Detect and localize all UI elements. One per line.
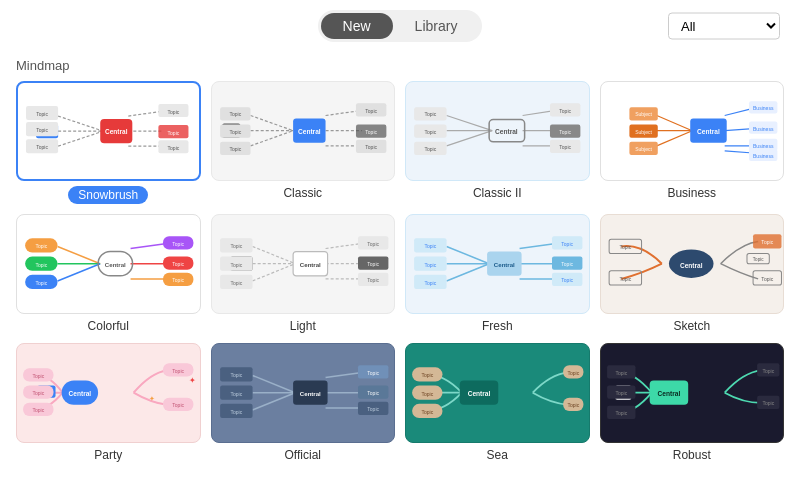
svg-text:Topic: Topic — [367, 391, 379, 397]
svg-line-65 — [724, 109, 752, 116]
svg-text:Topic: Topic — [762, 401, 774, 407]
svg-line-129 — [520, 244, 556, 249]
svg-line-85 — [58, 247, 101, 264]
svg-text:Topic: Topic — [230, 262, 242, 268]
svg-text:Topic: Topic — [230, 373, 242, 379]
svg-line-44 — [447, 131, 493, 146]
svg-text:Subject: Subject — [635, 112, 652, 118]
card-snowbrush[interactable]: Topic Topic Topic Central Topic Topic To… — [16, 81, 201, 204]
svg-text:Topic: Topic — [561, 262, 573, 268]
svg-text:Topic: Topic — [762, 368, 774, 374]
card-preview-sea: Topic Topic Topic Central Topic Topic — [405, 343, 590, 443]
svg-text:Topic: Topic — [367, 262, 379, 268]
card-official[interactable]: Topic Topic Topic Central Topic Topic To… — [211, 343, 396, 462]
card-fresh[interactable]: Topic Topic Topic Central Topic Topic To… — [405, 214, 590, 333]
svg-text:Business: Business — [752, 126, 773, 132]
svg-text:Topic: Topic — [559, 130, 571, 136]
svg-text:Topic: Topic — [761, 240, 773, 246]
svg-line-66 — [724, 129, 752, 131]
preview-svg-party: Topic Topic Topic Central Topic Topic ✦ … — [17, 343, 200, 443]
svg-text:Topic: Topic — [36, 127, 48, 133]
svg-line-0 — [58, 116, 103, 131]
svg-text:Topic: Topic — [367, 407, 379, 413]
card-classic2[interactable]: Topic Topic Topic Central Topic Topic To… — [405, 81, 590, 204]
tab-library[interactable]: Library — [393, 13, 480, 39]
card-colorful[interactable]: Topic Topic Topic Central Topic Topic To… — [16, 214, 201, 333]
svg-text:Central: Central — [679, 262, 702, 269]
filter-select[interactable]: All Mindmap Flowchart Org Chart — [668, 13, 780, 40]
svg-text:Central: Central — [495, 128, 518, 135]
svg-text:Topic: Topic — [615, 391, 627, 397]
svg-line-174 — [252, 376, 295, 393]
svg-text:Topic: Topic — [172, 403, 184, 409]
card-robust[interactable]: Topic Topic Topic Central Topic Topic Ro… — [600, 343, 785, 462]
svg-text:Topic: Topic — [168, 108, 180, 114]
svg-text:Topic: Topic — [32, 373, 44, 379]
card-preview-light: Topic Topic Topic Central Topic Topic To… — [211, 214, 396, 314]
tab-new[interactable]: New — [321, 13, 393, 39]
svg-text:Topic: Topic — [559, 108, 571, 114]
svg-text:Topic: Topic — [35, 262, 47, 268]
svg-line-64 — [656, 131, 691, 146]
svg-text:Topic: Topic — [567, 403, 579, 409]
svg-text:Central: Central — [105, 261, 126, 268]
card-label-light: Light — [290, 319, 316, 333]
preview-svg-light: Topic Topic Topic Central Topic Topic To… — [212, 214, 395, 314]
svg-text:Topic: Topic — [172, 262, 184, 268]
preview-svg-business: Subject Subject Subject Central Business… — [601, 81, 784, 181]
svg-line-88 — [131, 244, 167, 249]
svg-text:Topic: Topic — [229, 129, 241, 135]
svg-text:Topic: Topic — [365, 130, 377, 136]
card-business[interactable]: Subject Subject Subject Central Business… — [600, 81, 785, 204]
card-preview-fresh: Topic Topic Topic Central Topic Topic To… — [405, 214, 590, 314]
svg-text:Topic: Topic — [365, 145, 377, 151]
header: New Library All Mindmap Flowchart Org Ch… — [0, 0, 800, 52]
svg-text:Topic: Topic — [424, 112, 436, 118]
svg-text:Topic: Topic — [172, 278, 184, 284]
svg-text:Topic: Topic — [230, 391, 242, 397]
svg-text:Central: Central — [299, 261, 320, 268]
svg-text:✦: ✦ — [189, 376, 196, 385]
svg-line-23 — [250, 131, 293, 146]
template-grid: Topic Topic Topic Central Topic Topic To… — [16, 81, 784, 462]
svg-text:Topic: Topic — [230, 409, 242, 415]
card-sea[interactable]: Topic Topic Topic Central Topic Topic Se… — [405, 343, 590, 462]
card-label-official: Official — [285, 448, 321, 462]
svg-text:Topic: Topic — [424, 129, 436, 135]
card-party[interactable]: Topic Topic Topic Central Topic Topic ✦ … — [16, 343, 201, 462]
svg-text:Central: Central — [69, 390, 92, 397]
svg-text:Business: Business — [752, 106, 773, 112]
svg-text:Topic: Topic — [421, 373, 433, 379]
svg-line-3 — [128, 111, 163, 116]
svg-text:Topic: Topic — [32, 391, 44, 397]
card-preview-sketch: Topic Topic Central Topic Topic Topic — [600, 214, 785, 314]
card-preview-party: Topic Topic Topic Central Topic Topic ✦ … — [16, 343, 201, 443]
svg-text:Topic: Topic — [168, 130, 180, 136]
svg-text:Topic: Topic — [561, 278, 573, 284]
svg-line-177 — [325, 373, 361, 378]
card-classic[interactable]: Topic Topic Topic Central Topic Topic To… — [211, 81, 396, 204]
svg-text:Topic: Topic — [168, 145, 180, 151]
svg-line-21 — [250, 116, 293, 131]
preview-svg-sketch: Topic Topic Central Topic Topic Topic — [601, 214, 784, 314]
preview-svg-robust: Topic Topic Topic Central Topic Topic — [601, 343, 784, 443]
card-preview-robust: Topic Topic Topic Central Topic Topic — [600, 343, 785, 443]
svg-text:Central: Central — [297, 128, 320, 135]
svg-text:Topic: Topic — [367, 370, 379, 376]
preview-svg-classic2: Topic Topic Topic Central Topic Topic To… — [406, 81, 589, 181]
card-sketch[interactable]: Topic Topic Central Topic Topic Topic Sk… — [600, 214, 785, 333]
card-light[interactable]: Topic Topic Topic Central Topic Topic To… — [211, 214, 396, 333]
svg-text:Central: Central — [697, 128, 720, 135]
card-preview-snowbrush: Topic Topic Topic Central Topic Topic To… — [16, 81, 201, 181]
svg-line-105 — [252, 247, 295, 264]
svg-text:Topic: Topic — [36, 111, 48, 117]
content-area: Mindmap Topic Topi — [0, 52, 800, 500]
svg-text:Topic: Topic — [367, 241, 379, 247]
svg-text:Topic: Topic — [35, 280, 47, 286]
card-preview-classic: Topic Topic Topic Central Topic Topic To… — [211, 81, 396, 181]
svg-text:Topic: Topic — [172, 241, 184, 247]
card-preview-business: Subject Subject Subject Central Business… — [600, 81, 785, 181]
svg-text:Topic: Topic — [36, 144, 48, 150]
preview-svg-sea: Topic Topic Topic Central Topic Topic — [406, 343, 589, 443]
svg-text:Topic: Topic — [421, 409, 433, 415]
